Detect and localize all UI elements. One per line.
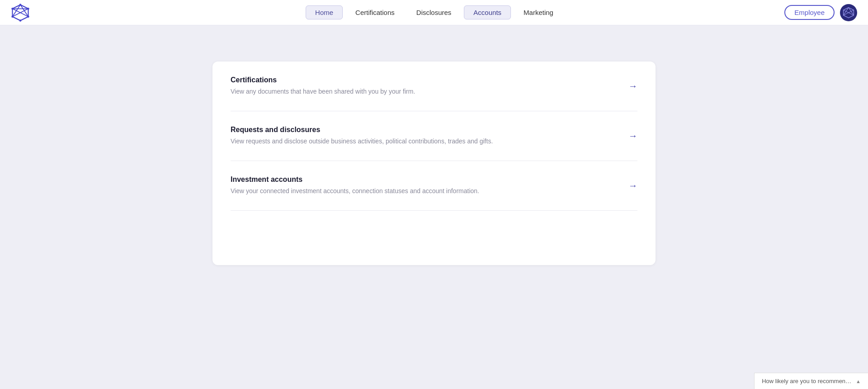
header-right: Employee: [784, 4, 857, 21]
certifications-content: Certifications View any documents that h…: [231, 76, 619, 96]
certifications-title: Certifications: [231, 76, 619, 84]
nav-certifications[interactable]: Certifications: [346, 6, 404, 19]
feedback-text: How likely are you to recommen…: [762, 378, 851, 384]
svg-point-8: [27, 15, 29, 17]
certifications-item[interactable]: Certifications View any documents that h…: [212, 62, 656, 111]
investment-accounts-arrow-icon: →: [628, 180, 637, 191]
disclosures-item[interactable]: Requests and disclosures View requests a…: [212, 111, 656, 161]
avatar[interactable]: [840, 4, 857, 21]
svg-point-11: [11, 8, 13, 9]
nav-home[interactable]: Home: [306, 5, 343, 19]
certifications-arrow-icon: →: [628, 81, 637, 91]
menu-card: Certifications View any documents that h…: [212, 62, 656, 265]
investment-accounts-item[interactable]: Investment accounts View your connected …: [212, 161, 656, 210]
disclosures-description: View requests and disclose outside busin…: [231, 137, 619, 146]
certifications-description: View any documents that have been shared…: [231, 87, 619, 96]
feedback-expand-icon[interactable]: ▲: [856, 379, 861, 384]
svg-point-9: [19, 19, 21, 21]
investment-accounts-description: View your connected investment accounts,…: [231, 186, 619, 196]
main-content: Certifications View any documents that h…: [0, 25, 868, 301]
header: Home Certifications Disclosures Accounts…: [0, 0, 868, 25]
disclosures-title: Requests and disclosures: [231, 126, 619, 134]
feedback-bar[interactable]: How likely are you to recommen… ▲: [754, 373, 868, 389]
main-nav: Home Certifications Disclosures Accounts…: [306, 5, 562, 19]
disclosures-arrow-icon: →: [628, 131, 637, 141]
svg-point-10: [11, 15, 13, 17]
nav-accounts[interactable]: Accounts: [464, 5, 511, 19]
nav-disclosures[interactable]: Disclosures: [407, 6, 461, 19]
card-bottom-space: [212, 211, 656, 265]
investment-accounts-content: Investment accounts View your connected …: [231, 176, 619, 196]
employee-button[interactable]: Employee: [784, 5, 835, 20]
investment-accounts-title: Investment accounts: [231, 176, 619, 184]
nav-marketing[interactable]: Marketing: [514, 6, 562, 19]
disclosures-content: Requests and disclosures View requests a…: [231, 126, 619, 146]
svg-point-7: [27, 8, 29, 9]
svg-point-6: [19, 4, 21, 5]
logo[interactable]: [11, 3, 30, 22]
